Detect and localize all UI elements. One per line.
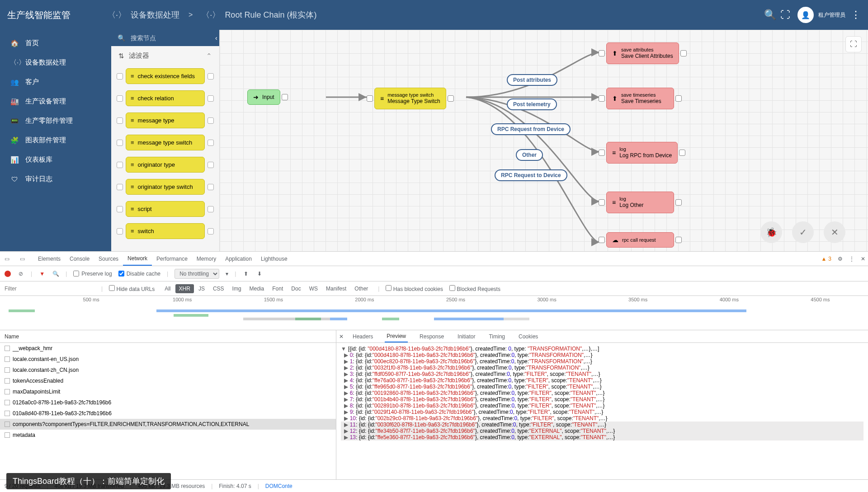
debug-button[interactable]: 🐞 [760,221,782,243]
sidenav-item[interactable]: 🧩图表部件管理 [0,131,111,150]
type-filter[interactable]: Media [246,284,268,293]
port[interactable] [208,162,214,168]
port[interactable] [117,228,123,234]
warnings[interactable]: ▲ 3 [821,256,831,262]
kebab-icon[interactable]: ⋮ [851,9,861,21]
type-filter[interactable]: Other [351,284,372,293]
sidenav-item[interactable]: 🏠首页 [0,33,111,53]
filter-icon[interactable]: ▼ [38,271,46,277]
gear-icon[interactable]: ⚙ [838,256,843,262]
type-filter[interactable]: Doc [288,284,304,293]
rule-node[interactable]: ≡logLog Other [599,192,682,213]
preview-line[interactable]: ▶12: {id: {id: "ffe34b50-87f7-11eb-9a63-… [341,428,863,434]
port[interactable] [208,184,214,190]
sidenav-item[interactable]: 🛡审计日志 [0,169,111,189]
port[interactable] [675,199,682,206]
rule-canvas[interactable]: ➜Input ≡message type switchMessage Type … [220,30,868,251]
kebab-icon[interactable]: ⋮ [849,256,854,262]
detail-tab[interactable]: Cookies [517,330,540,342]
request-row[interactable]: tokenAccessEnabled [0,375,336,386]
port[interactable] [599,237,605,243]
request-row[interactable]: 0126a0c0-87f8-11eb-9a63-2fc7fdb196b6 [0,397,336,408]
port[interactable] [208,117,214,124]
devtools-tab[interactable]: Performance [152,252,192,266]
port[interactable] [117,117,123,124]
search-icon[interactable]: 🔍 [762,9,778,21]
request-row[interactable]: metadata [0,430,336,440]
port[interactable] [448,95,454,102]
node-switch[interactable]: ≡message type switchMessage Type Switch [367,88,454,109]
rule-node[interactable]: ≡logLog RPC from Device [599,142,685,164]
palette-node[interactable]: ≡originator type switch [117,179,214,195]
disable-cache[interactable]: Disable cache [118,271,160,277]
hide-data-urls[interactable]: Hide data URLs [109,285,155,292]
devtools-tab[interactable]: Lighthouse [256,252,292,266]
type-filter[interactable]: Img [229,284,245,293]
port[interactable] [208,95,214,102]
palette-node[interactable]: ≡script [117,201,214,217]
devtools-tab[interactable]: Memory [192,252,221,266]
detail-tab[interactable]: Timing [487,330,507,342]
port[interactable] [208,206,214,212]
expand-icon[interactable]: ⛶ [845,36,862,52]
apply-button[interactable]: ✓ [792,221,814,243]
port[interactable] [117,184,123,190]
throttling-select[interactable]: No throttling [175,269,219,279]
devtools-tab[interactable]: Network [123,252,152,266]
clear-icon[interactable]: ⊘ [17,271,24,277]
preview-line[interactable]: ▶0: {id: {id: "000d4180-87f8-11eb-9a63-2… [341,352,863,358]
type-filter[interactable]: All [161,284,174,293]
edge-label[interactable]: RPC Request from Device [491,123,571,135]
rule-node[interactable]: ☁rpc call request [599,232,682,248]
wifi-icon[interactable]: ▾ [226,271,228,277]
breadcrumb-seg1[interactable]: 〈·〉设备数据处理 [108,9,179,20]
palette-node[interactable]: ≡message type switch [117,135,214,150]
port[interactable] [599,199,605,206]
close-button[interactable]: ✕ [824,221,845,243]
avatar[interactable]: 👤 [797,7,814,23]
port[interactable] [208,228,214,234]
type-filter[interactable]: WS [306,284,321,293]
close-icon[interactable]: ✕ [339,333,344,340]
preview-line[interactable]: ▶3: {id: {id: "ffdf0590-87f7-11eb-9a63-2… [341,371,863,377]
palette-filter-header[interactable]: ⇅ 滤波器 ⌃ [111,46,219,66]
palette-node[interactable]: ≡switch [117,223,214,239]
edge-label[interactable]: Other [516,149,543,161]
preview-line[interactable]: ▶5: {id: {id: "ffe965d0-87f7-11eb-9a63-2… [341,384,863,390]
preserve-log[interactable]: Preserve log [73,271,112,277]
port[interactable] [599,50,605,56]
palette-node[interactable]: ≡message type [117,112,214,128]
preview-line[interactable]: ▶13: {id: {id: "ffe5e360-87f7-11eb-9a63-… [341,434,863,440]
sidenav-item[interactable]: 〈·〉设备数据处理 [0,53,111,72]
type-filter[interactable]: XHR [175,284,194,293]
request-row[interactable]: __webpack_hmr [0,343,336,354]
sidenav-item[interactable]: 📟生产零部件管理 [0,111,111,131]
blocked-cookies[interactable]: Has blocked cookies [386,285,443,292]
port[interactable] [680,50,687,56]
devtools-tab[interactable]: Console [65,252,94,266]
detail-tab[interactable]: Headers [351,330,375,342]
edge-label[interactable]: Post telemetry [507,98,557,110]
download-icon[interactable]: ⬇ [256,271,263,277]
device-icon[interactable]: ▭ [18,256,26,262]
preview-line[interactable]: ▶9: {id: {id: "0029f140-87f8-11eb-9a63-2… [341,409,863,415]
preview-line[interactable]: ▶1: {id: {id: "000ec820-87f8-11eb-9a63-2… [341,358,863,365]
devtools-tab[interactable]: Sources [94,252,123,266]
port[interactable] [282,94,288,100]
devtools-tab[interactable]: Application [221,252,256,266]
rule-node[interactable]: ⬆save attributesSave Client Attributes [599,42,687,64]
filter-input[interactable] [5,286,95,292]
preview-pane[interactable]: ▼[{id: {id: "000d4180-87f8-11eb-9a63-2fc… [336,343,868,479]
port[interactable] [117,140,123,146]
preview-line[interactable]: ▶4: {id: {id: "ffe76a00-87f7-11eb-9a63-2… [341,377,863,384]
port[interactable] [675,237,682,243]
port[interactable] [117,206,123,212]
port[interactable] [117,73,123,80]
close-icon[interactable]: ✕ [861,256,865,262]
preview-line[interactable]: ▶6: {id: {id: "00192860-87f8-11eb-9a63-2… [341,390,863,396]
chevron-left-icon[interactable]: ‹ [215,34,217,42]
sidenav-item[interactable]: 🏭生产设备管理 [0,92,111,111]
type-filter[interactable]: JS [195,284,208,293]
type-filter[interactable]: Font [269,284,287,293]
search-icon[interactable]: 🔍 [52,271,59,277]
